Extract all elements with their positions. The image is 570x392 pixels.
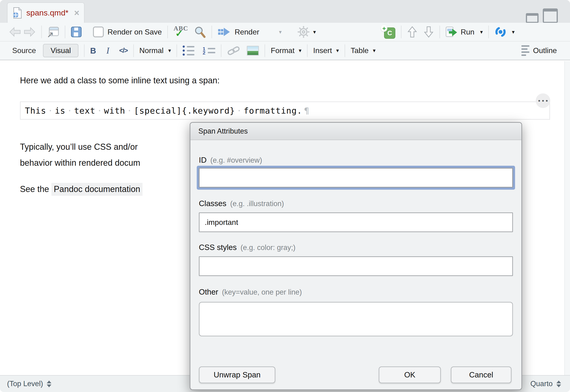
save-button[interactable]	[71, 27, 82, 37]
classes-field-hint: (e.g. .illustration)	[230, 199, 284, 208]
previous-section-button[interactable]	[407, 26, 417, 38]
minimize-pane-icon[interactable]	[526, 13, 539, 23]
editor-paragraph-3[interactable]: See the Pandoc documentation	[20, 184, 142, 194]
outline-toggle-button[interactable]: Outline	[521, 45, 557, 56]
ok-button[interactable]: OK	[379, 366, 441, 383]
bullet-list-button[interactable]	[183, 45, 195, 56]
tab-bar: spans.qmd* ×	[0, 0, 570, 23]
down-arrow-icon	[423, 26, 434, 38]
find-replace-button[interactable]	[194, 26, 206, 38]
scope-updown-icon	[47, 380, 51, 387]
render-on-save-label: Render on Save	[108, 28, 162, 36]
spellcheck-check-icon: ✓	[175, 29, 183, 37]
insert-chunk-button[interactable]: C +	[381, 25, 395, 39]
table-menu-label: Table	[351, 46, 369, 55]
dialog-title: Span Attributes	[190, 123, 521, 140]
italic-button[interactable]: I	[106, 45, 109, 56]
save-icon	[71, 27, 82, 37]
plus-badge-icon: +	[381, 25, 387, 32]
render-on-save-checkbox[interactable]	[93, 27, 104, 37]
ellipsis-icon: •••	[538, 97, 549, 104]
span-attributes-dialog: Span Attributes ID(e.g. #overview) Class…	[190, 122, 522, 390]
settings-dropdown-icon: ▾	[313, 29, 316, 35]
style-dropdown-icon: ▾	[168, 47, 171, 54]
forward-button[interactable]	[24, 27, 36, 37]
popout-arrow-icon: ↗	[47, 30, 54, 39]
paragraph-style-label: Normal	[139, 46, 164, 55]
render-label: Render	[235, 28, 259, 36]
format-dropdown-icon: ▾	[299, 47, 302, 54]
paragraph-3-prefix: See the	[20, 184, 51, 194]
id-field-hint: (e.g. #overview)	[210, 156, 262, 164]
css-styles-input[interactable]	[199, 256, 513, 276]
source-mode-button[interactable]: Source	[12, 46, 36, 55]
css-field-hint: (e.g. color: gray;)	[240, 243, 295, 252]
image-button[interactable]	[247, 46, 259, 56]
run-button[interactable]: Run ▾	[445, 27, 483, 37]
insert-dropdown-icon: ▾	[336, 47, 339, 54]
run-label: Run	[461, 28, 474, 36]
rerun-dropdown-icon: ▾	[512, 29, 514, 35]
outline-icon	[521, 45, 529, 56]
rerun-setup-button[interactable]: ▾	[494, 26, 514, 38]
insert-menu[interactable]: Insert ▾	[313, 46, 339, 55]
css-field-label: CSS styles(e.g. color: gray;)	[199, 243, 296, 252]
format-menu-label: Format	[271, 46, 294, 55]
doc-type-label: Quarto	[530, 379, 553, 388]
pandoc-documentation-link[interactable]: Pandoc documentation	[51, 183, 142, 196]
settings-button[interactable]: ▾	[297, 26, 316, 38]
format-menu[interactable]: Format ▾	[271, 46, 301, 55]
search-icon	[194, 26, 206, 38]
cancel-button[interactable]: Cancel	[451, 366, 512, 383]
sync-icon	[494, 26, 507, 38]
code-line[interactable]: This·is·text·with·[special]{.keyword}·fo…	[25, 106, 309, 115]
code-button[interactable]: </>	[119, 47, 128, 55]
unwrap-span-button[interactable]: Unwrap Span	[199, 366, 275, 383]
other-field-label: Other(key=value, one per line)	[199, 288, 302, 296]
editor-toolbar: ↗ Render on Save ABC ✓	[0, 23, 570, 42]
editor-paragraph-1[interactable]: Here we add a class to some inline text …	[20, 76, 220, 85]
next-section-button[interactable]	[423, 26, 434, 38]
render-icon	[218, 27, 230, 37]
link-button[interactable]	[227, 45, 240, 56]
back-button[interactable]	[9, 27, 21, 37]
run-dropdown-icon: ▾	[480, 29, 483, 35]
tab-title: spans.qmd*	[26, 8, 69, 17]
document-type-selector[interactable]: Quarto	[530, 379, 561, 388]
paragraph-style-dropdown[interactable]: Normal ▾	[139, 46, 171, 55]
other-input[interactable]	[199, 302, 513, 336]
editor-paragraph-2[interactable]: Typically, you’ll use CSS and/or behavio…	[20, 139, 140, 171]
spellcheck-button[interactable]: ABC ✓	[173, 26, 188, 37]
id-input[interactable]	[199, 168, 513, 188]
classes-input[interactable]	[199, 212, 513, 232]
table-dropdown-icon: ▾	[373, 47, 375, 54]
render-button[interactable]: Render	[218, 27, 259, 37]
doc-type-updown-icon	[556, 380, 561, 387]
span-attributes-edit-button[interactable]: •••	[536, 93, 550, 108]
table-menu[interactable]: Table ▾	[351, 46, 375, 55]
editor-scrollbar-gutter[interactable]	[564, 61, 570, 375]
maximize-pane-icon[interactable]	[543, 8, 558, 23]
gear-icon	[297, 26, 310, 38]
run-icon	[445, 27, 457, 37]
id-field-label: ID(e.g. #overview)	[199, 156, 262, 165]
forward-arrow-icon	[24, 27, 36, 37]
numbered-list-button[interactable]: 1 2	[202, 48, 215, 54]
link-icon	[227, 45, 240, 56]
bold-button[interactable]: B	[90, 46, 96, 56]
scope-selector[interactable]: (Top Level)	[7, 379, 51, 388]
rstudio-source-pane: spans.qmd* × ↗	[0, 0, 570, 392]
open-in-new-window-button[interactable]: ↗	[47, 26, 59, 38]
tab-spans-qmd[interactable]: spans.qmd* ×	[7, 2, 84, 23]
classes-field-label: Classes(e.g. .illustration)	[199, 199, 284, 208]
other-field-hint: (key=value, one per line)	[222, 288, 302, 296]
back-arrow-icon	[9, 27, 21, 37]
visual-editor-toolbar: Source Visual B I </> Normal ▾ 1 2	[0, 42, 570, 60]
outline-label: Outline	[533, 46, 557, 55]
render-options-dropdown-icon[interactable]: ▾	[279, 29, 282, 35]
up-arrow-icon	[407, 26, 417, 38]
tab-close-icon[interactable]: ×	[74, 8, 79, 17]
quarto-document-icon	[13, 6, 22, 19]
span-outline-box[interactable]: This·is·text·with·[special]{.keyword}·fo…	[20, 101, 550, 120]
visual-mode-button[interactable]: Visual	[43, 44, 78, 57]
